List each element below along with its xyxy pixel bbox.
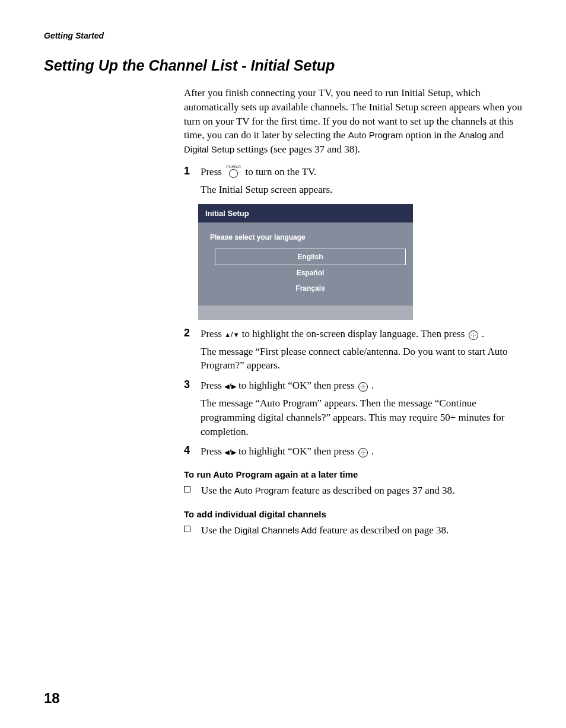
page-number: 18 <box>44 690 60 707</box>
step2-mid: to highlight the on-screen display langu… <box>240 328 468 339</box>
tv-menu-footer <box>198 306 413 320</box>
step-number: 2 <box>184 327 201 339</box>
tv-menu-option-francais: Français <box>215 281 406 296</box>
checkbox-bullet-icon <box>184 486 190 492</box>
step-number: 1 <box>184 165 201 177</box>
feature-digital-channels-add: Digital Channels Add <box>234 525 317 535</box>
svg-point-5 <box>363 385 363 386</box>
step2-sub: The message “First please connect cable/… <box>201 345 522 373</box>
tv-menu-option-espanol: Español <box>215 265 406 281</box>
feature-auto-program: Auto Program <box>234 485 290 495</box>
intro-text-3: settings (see pages 37 and 38). <box>234 144 360 155</box>
svg-point-11 <box>363 454 363 455</box>
power-button-icon: POWER <box>226 165 241 178</box>
bullet1-pre: Use the <box>201 485 234 496</box>
content-block: After you finish connecting your TV, you… <box>184 86 522 538</box>
svg-point-2 <box>471 335 472 335</box>
bullet2-post: feature as described on page 38. <box>317 524 449 536</box>
power-circle-icon <box>229 169 238 178</box>
step4-mid: to highlight “OK” then press <box>236 446 357 457</box>
enter-button-icon <box>469 330 478 340</box>
step-2: 2 Press ▲/▼ to highlight the on-screen d… <box>184 327 522 373</box>
step-3: 3 Press ◀/▶ to highlight “OK” then press… <box>184 379 522 438</box>
menu-term-auto-program: Auto Program <box>348 130 403 140</box>
svg-point-10 <box>363 451 363 452</box>
svg-point-3 <box>475 335 475 335</box>
tv-menu-prompt: Please select your language <box>198 222 413 249</box>
step1-pre: Press <box>201 166 224 177</box>
section-header: Getting Started <box>44 31 522 40</box>
step-4: 4 Press ◀/▶ to highlight “OK” then press… <box>184 444 522 459</box>
step-body: Press ◀/▶ to highlight “OK” then press . <box>201 444 522 459</box>
intro-text-2: option in the <box>403 129 459 141</box>
intro-text-and: and <box>486 129 504 141</box>
bullet2-pre: Use the <box>201 524 234 536</box>
bullet1-post: feature as described on pages 37 and 38. <box>289 485 454 496</box>
step-body: Press POWER to turn on the TV. The Initi… <box>201 165 522 197</box>
step-body: Press ▲/▼ to highlight the on-screen dis… <box>201 327 522 373</box>
svg-point-8 <box>364 387 365 387</box>
step3-mid: to highlight “OK” then press <box>236 380 357 391</box>
step-body: Press ◀/▶ to highlight “OK” then press .… <box>201 379 522 438</box>
step2-dot: . <box>482 328 484 339</box>
svg-point-1 <box>473 336 473 337</box>
step3-sub: The message “Auto Program” appears. Then… <box>201 396 522 438</box>
step-1: 1 Press POWER to turn on the TV. The Ini… <box>184 165 522 197</box>
step3-dot: . <box>371 380 374 391</box>
svg-point-9 <box>363 387 363 387</box>
menu-term-digital-setup: Digital Setup <box>184 144 234 154</box>
subheading-auto-program-again: To run Auto Program again at a later tim… <box>184 469 522 479</box>
tv-menu-option-english: English <box>215 249 406 265</box>
checkbox-bullet-icon <box>184 526 190 532</box>
page-title: Setting Up the Channel List - Initial Se… <box>44 57 522 74</box>
enter-button-icon <box>358 448 368 457</box>
step-number: 3 <box>184 379 201 391</box>
leftright-arrow-icon: ◀/▶ <box>224 447 236 456</box>
step3-pre: Press <box>201 380 224 391</box>
enter-button-icon <box>358 382 368 392</box>
step1-post: to turn on the TV. <box>246 166 317 177</box>
intro-paragraph: After you finish connecting your TV, you… <box>184 86 522 157</box>
tv-menu-title: Initial Setup <box>198 204 413 222</box>
svg-point-4 <box>473 335 473 335</box>
bullet-text: Use the Digital Channels Add feature as … <box>201 523 449 538</box>
step4-dot: . <box>371 446 374 457</box>
bullet-text: Use the Auto Program feature as describe… <box>201 483 454 498</box>
svg-point-14 <box>363 453 363 453</box>
svg-point-7 <box>361 387 361 387</box>
step-number: 4 <box>184 444 201 457</box>
svg-point-13 <box>364 453 365 453</box>
manual-page: Getting Started Setting Up the Channel L… <box>0 0 566 728</box>
step4-pre: Press <box>201 446 224 457</box>
svg-point-12 <box>361 453 361 453</box>
bullet-item: Use the Auto Program feature as describe… <box>184 483 522 498</box>
svg-point-0 <box>473 333 473 333</box>
tv-menu-screenshot: Initial Setup Please select your languag… <box>198 204 413 320</box>
bullet-item: Use the Digital Channels Add feature as … <box>184 523 522 538</box>
tv-menu-body: Please select your language English Espa… <box>198 222 413 306</box>
leftright-arrow-icon: ◀/▶ <box>224 382 236 390</box>
menu-term-analog: Analog <box>459 130 487 140</box>
updown-arrow-icon: ▲/▼ <box>224 330 239 339</box>
step2-pre: Press <box>201 328 224 339</box>
step1-sub: The Initial Setup screen appears. <box>201 183 522 197</box>
power-label: POWER <box>226 165 241 169</box>
tv-menu-options: English Español Français <box>198 249 413 296</box>
subheading-add-digital-channels: To add individual digital channels <box>184 509 522 519</box>
svg-point-6 <box>363 389 363 389</box>
